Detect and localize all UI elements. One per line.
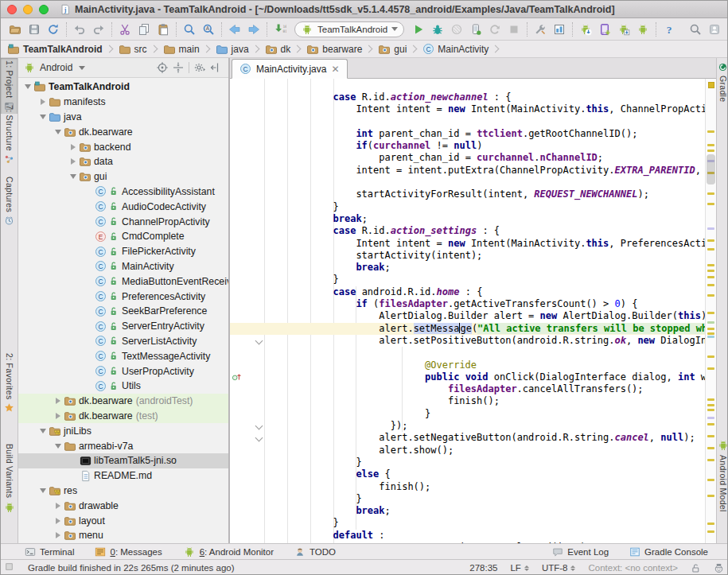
open-button[interactable] xyxy=(6,20,25,39)
tree-item-dk.bearware[interactable]: dk.bearware xyxy=(18,124,228,139)
tree-item-drawable[interactable]: drawable xyxy=(18,498,228,513)
stripe-mark-yellow[interactable] xyxy=(707,270,714,272)
close-window-button[interactable] xyxy=(7,5,17,14)
stripe-mark-yellow[interactable] xyxy=(707,130,714,133)
debug-button[interactable] xyxy=(428,20,447,39)
line-ending-select[interactable]: LF xyxy=(510,563,528,573)
run-configuration-select[interactable]: TeamTalkAndroid xyxy=(294,21,404,37)
tree-item-serverentryactivity[interactable]: CServerEntryActivity xyxy=(18,319,228,334)
tool-window-button-todo[interactable]: TODO xyxy=(294,546,336,558)
tool-window-button-0-messages[interactable]: 0: Messages xyxy=(95,546,162,558)
disclosure-closed-icon[interactable] xyxy=(52,413,64,419)
tree-item-readme.md[interactable]: README.md xyxy=(18,468,228,484)
breadcrumb-item-bearware[interactable]: bearware xyxy=(305,43,364,56)
help-button[interactable]: ? xyxy=(660,20,679,39)
disclosure-open-icon[interactable] xyxy=(67,174,79,179)
disclosure-open-icon[interactable] xyxy=(37,429,49,433)
unlock-icon[interactable] xyxy=(691,563,701,573)
fold-marker-icon[interactable] xyxy=(256,422,263,429)
tree-item-armeabi-v7a[interactable]: armeabi-v7a xyxy=(18,438,228,453)
tool-stripe-tab-gradle[interactable]: Gradle xyxy=(717,60,728,104)
attach-button[interactable] xyxy=(466,20,485,39)
stripe-mark-yellow[interactable] xyxy=(707,203,714,205)
gear-button[interactable] xyxy=(192,60,208,76)
tree-item-accessibilityassistant[interactable]: CAccessibilityAssistant xyxy=(18,185,228,200)
tree-item-serverlistactivity[interactable]: CServerListActivity xyxy=(18,334,228,349)
tree-item-seekbarpreference[interactable]: CSeekBarPreference xyxy=(18,304,228,319)
disclosure-closed-icon[interactable] xyxy=(52,518,64,524)
tree-item-java[interactable]: java xyxy=(18,110,228,125)
gradlesync-button[interactable] xyxy=(576,20,595,39)
breadcrumb-item-main[interactable]: main xyxy=(162,43,201,56)
stripe-mark-yellow[interactable] xyxy=(707,144,714,146)
search-button[interactable] xyxy=(686,20,705,39)
stripe-mark-yellow[interactable] xyxy=(707,423,714,425)
copy-button[interactable] xyxy=(134,20,154,39)
stripe-mark-yellow[interactable] xyxy=(707,523,714,525)
scrollbar-thumb[interactable] xyxy=(707,154,715,185)
breadcrumb-item-src[interactable]: src xyxy=(117,43,149,56)
tool-stripe-tab-build-variants[interactable]: Build Variants xyxy=(1,441,18,516)
stop-button[interactable] xyxy=(504,20,524,39)
tree-item-libteamtalk5-jni.so[interactable]: libTeamTalk5-jni.so xyxy=(18,453,228,468)
export-button[interactable]: 1001 xyxy=(271,20,290,39)
tree-item-channelpropactivity[interactable]: CChannelPropActivity xyxy=(18,214,228,229)
disclosure-open-icon[interactable] xyxy=(37,115,49,119)
stripe-mark-yellow[interactable] xyxy=(707,284,714,286)
tool-window-button-6-android-monitor[interactable]: 6: Android Monitor xyxy=(183,546,274,558)
tree-item-audiocodecactivity[interactable]: CAudioCodecActivity xyxy=(18,199,228,214)
tree-item-cmdcomplete[interactable]: ECmdComplete xyxy=(18,229,228,244)
tree-item-teamtalkandroid[interactable]: TeamTalkAndroid xyxy=(18,80,228,95)
tree-item-filepickeractivity[interactable]: CFilePickerActivity xyxy=(18,244,228,259)
stripe-mark-yellow[interactable] xyxy=(707,332,714,335)
tool-window-button-gradle-console[interactable]: Gradle Console xyxy=(629,546,708,558)
stripe-mark-green[interactable] xyxy=(707,321,714,324)
disclosure-closed-icon[interactable] xyxy=(52,532,64,538)
breadcrumb-item-java[interactable]: java xyxy=(214,43,251,56)
minimize-window-button[interactable] xyxy=(23,5,33,14)
breadcrumb-item-mainactivity[interactable]: CMainActivity xyxy=(421,43,490,55)
inspections-profile-icon[interactable] xyxy=(714,563,724,573)
disclosure-closed-icon[interactable] xyxy=(67,144,79,150)
context-select[interactable]: Context: <no context> xyxy=(588,563,678,573)
error-stripe[interactable] xyxy=(705,79,716,543)
disclosure-closed-icon[interactable] xyxy=(52,398,64,404)
stripe-mark-yellow[interactable] xyxy=(707,530,714,533)
tree-item-mainactivity[interactable]: CMainActivity xyxy=(18,259,228,274)
tool-window-button-terminal[interactable]: Terminal xyxy=(25,546,74,558)
sdk-button[interactable] xyxy=(614,20,633,39)
avd-button[interactable] xyxy=(595,20,614,39)
stripe-mark-yellow[interactable] xyxy=(707,150,714,152)
tree-item-menu[interactable]: menu xyxy=(18,528,228,542)
caret-position[interactable]: 278:35 xyxy=(469,563,497,573)
encoding-select[interactable]: UTF-8 xyxy=(542,563,576,573)
tree-item-manifests[interactable]: manifests xyxy=(18,95,228,110)
disclosure-open-icon[interactable] xyxy=(52,444,64,449)
stripe-mark-yellow[interactable] xyxy=(707,398,714,401)
stripe-mark-yellow[interactable] xyxy=(707,367,714,370)
stripe-mark-yellow[interactable] xyxy=(707,294,714,297)
target-button[interactable] xyxy=(154,60,170,76)
monitor-button[interactable] xyxy=(633,20,652,39)
cut-button[interactable] xyxy=(115,20,134,39)
back-button[interactable] xyxy=(225,20,244,39)
stripe-mark-yellow[interactable] xyxy=(707,409,714,411)
tree-item-dk.bearware[interactable]: dk.bearware(test) xyxy=(18,409,228,424)
zoom-window-button[interactable] xyxy=(39,5,49,14)
disclosure-closed-icon[interactable] xyxy=(52,503,64,509)
tree-item-preferencesactivity[interactable]: CPreferencesActivity xyxy=(18,289,228,304)
breadcrumb-item-teamtalkandroid[interactable]: TeamTalkAndroid xyxy=(6,43,104,56)
stripe-mark-yellow[interactable] xyxy=(707,328,714,330)
disclosure-open-icon[interactable] xyxy=(52,130,64,134)
avatar-button[interactable] xyxy=(705,20,724,39)
tree-item-layout[interactable]: layout xyxy=(18,513,228,528)
stripe-mark-yellow[interactable] xyxy=(707,435,714,437)
tool-stripe-tab-android-model[interactable]: Android Model xyxy=(717,437,728,515)
save-button[interactable] xyxy=(25,20,44,39)
stripe-mark-cyan[interactable] xyxy=(707,336,714,338)
redo-button[interactable] xyxy=(89,20,108,39)
tree-item-dk.bearware[interactable]: dk.bearware(androidTest) xyxy=(18,394,228,409)
tool-stripe-tab-captures[interactable]: Captures xyxy=(1,174,18,228)
undo-button[interactable] xyxy=(70,20,89,39)
forward-button[interactable] xyxy=(244,20,263,39)
